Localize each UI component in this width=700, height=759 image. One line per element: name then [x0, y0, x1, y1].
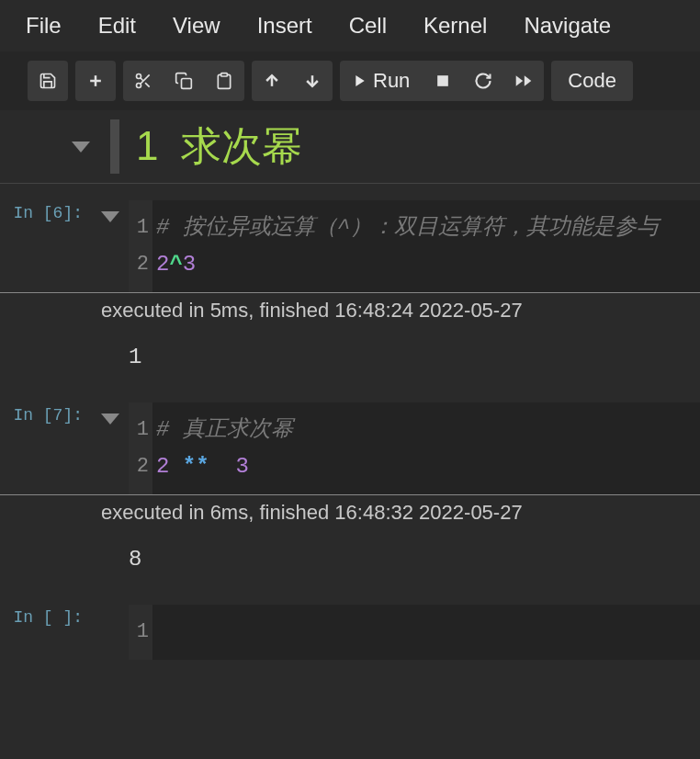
svg-point-2 [137, 74, 141, 79]
interrupt-button[interactable] [423, 61, 463, 101]
code-operator: ^ [169, 252, 182, 277]
cell-output: 1 [0, 328, 700, 386]
restart-button[interactable] [463, 61, 503, 101]
code-editor[interactable]: 1 2 # 按位异或运算（^）：双目运算符，其功能是参与 2^3 [129, 200, 700, 292]
celltype-label: Code [568, 69, 616, 93]
code-number: 3 [183, 252, 196, 277]
move-up-button[interactable] [252, 61, 292, 101]
copy-button[interactable] [164, 61, 204, 101]
svg-marker-14 [516, 75, 524, 86]
code-content[interactable]: # 按位异或运算（^）：双目运算符，其功能是参与 2^3 [152, 200, 662, 292]
input-prompt: In [6]: [0, 200, 92, 292]
heading-text: 1 求次幂 [136, 119, 302, 174]
menu-edit[interactable]: Edit [98, 13, 136, 39]
code-editor[interactable]: 1 2 # 真正求次幂 2 ** 3 [129, 402, 700, 494]
execution-meta: executed in 5ms, finished 16:48:24 2022-… [0, 292, 700, 328]
move-down-button[interactable] [292, 61, 333, 101]
menu-view[interactable]: View [173, 13, 220, 39]
menu-cell[interactable]: Cell [349, 13, 387, 39]
menu-kernel[interactable]: Kernel [423, 13, 487, 39]
execution-meta: executed in 6ms, finished 16:48:32 2022-… [0, 494, 700, 530]
cut-button[interactable] [123, 61, 164, 101]
code-number: 2 [156, 454, 169, 479]
code-comment: # 按位异或运算（^）：双目运算符，其功能是参与 [156, 215, 659, 240]
input-prompt: In [7]: [0, 402, 92, 494]
line-gutter: 1 [129, 605, 152, 660]
collapse-heading-icon[interactable] [72, 142, 90, 153]
menu-navigate[interactable]: Navigate [524, 13, 611, 39]
menu-file[interactable]: File [26, 13, 62, 39]
line-gutter: 1 2 [129, 200, 152, 292]
heading-indicator [110, 119, 119, 174]
menu-insert[interactable]: Insert [257, 13, 312, 39]
code-editor[interactable]: 1 [129, 605, 700, 660]
svg-marker-13 [525, 75, 532, 86]
code-content[interactable] [152, 605, 173, 660]
code-cell[interactable]: In [ ]: 1 [0, 605, 700, 660]
run-label: Run [373, 69, 410, 93]
menu-bar: File Edit View Insert Cell Kernel Naviga… [0, 0, 700, 51]
svg-rect-8 [221, 74, 228, 76]
celltype-dropdown[interactable]: Code [551, 61, 633, 101]
svg-rect-12 [438, 75, 449, 86]
code-operator: ** [183, 454, 209, 479]
run-button[interactable]: Run [340, 61, 423, 101]
input-prompt: In [ ]: [0, 605, 92, 660]
svg-marker-11 [356, 75, 364, 86]
svg-line-6 [141, 78, 143, 81]
svg-rect-7 [182, 79, 192, 89]
paste-button[interactable] [204, 61, 244, 101]
svg-point-3 [137, 84, 141, 88]
code-cell[interactable]: In [6]: 1 2 # 按位异或运算（^）：双目运算符，其功能是参与 2^3 [0, 200, 700, 292]
toolbar: Run Code [0, 51, 700, 110]
restart-run-all-button[interactable] [503, 61, 544, 101]
code-comment: # 真正求次幂 [156, 417, 293, 442]
code-number: 2 [156, 252, 169, 277]
collapse-cell-icon[interactable] [101, 211, 119, 222]
heading-cell[interactable]: 1 求次幂 [0, 110, 700, 184]
cell-output: 8 [0, 530, 700, 588]
line-gutter: 1 2 [129, 402, 152, 494]
heading-title: 求次幂 [181, 123, 302, 168]
code-number: 3 [235, 454, 248, 479]
save-button[interactable] [28, 61, 68, 101]
code-content[interactable]: # 真正求次幂 2 ** 3 [152, 402, 297, 494]
heading-number: 1 [136, 123, 158, 168]
collapse-cell-icon[interactable] [101, 413, 119, 425]
add-cell-button[interactable] [75, 61, 116, 101]
svg-line-5 [145, 83, 150, 87]
code-cell[interactable]: In [7]: 1 2 # 真正求次幂 2 ** 3 [0, 402, 700, 494]
